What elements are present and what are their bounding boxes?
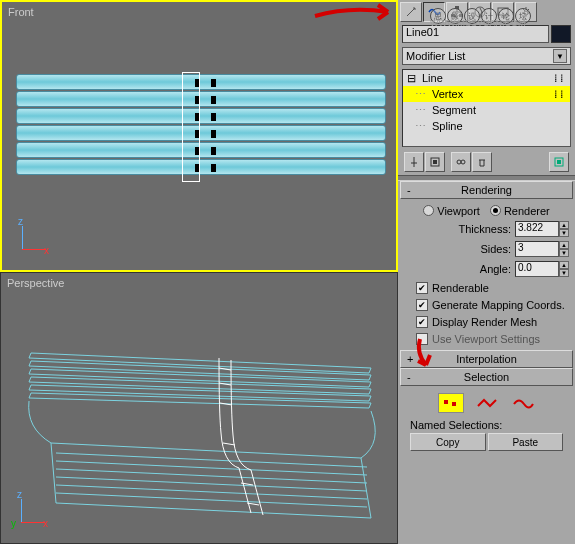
utilities-tab[interactable]	[515, 2, 537, 22]
stack-tools	[398, 149, 575, 175]
svg-rect-20	[433, 160, 437, 164]
configure-sets-button[interactable]	[549, 152, 569, 172]
spline-subobj-button[interactable]	[510, 393, 536, 413]
copy-selection-button[interactable]: Copy	[410, 433, 486, 451]
object-name-field[interactable]: Line01	[402, 25, 549, 43]
stack-item-label: Segment	[432, 104, 476, 116]
named-selections-label: Named Selections:	[410, 419, 563, 431]
vertex-subobj-button[interactable]	[438, 393, 464, 413]
stack-item-label: Spline	[432, 120, 463, 132]
svg-line-4	[56, 485, 367, 499]
mapping-label: Generate Mapping Coords.	[432, 299, 565, 311]
svg-point-21	[457, 160, 461, 164]
spinner-down[interactable]: ▼	[559, 249, 569, 257]
rendering-rollout: - Rendering Viewport Renderer Thickness:	[400, 181, 573, 350]
svg-rect-26	[452, 402, 456, 406]
rollout-minus-icon: -	[407, 184, 411, 196]
svg-line-9	[223, 443, 235, 445]
stack-item-vertex[interactable]: ⋯ Vertex ⁞⁞	[403, 86, 570, 102]
spinner-up[interactable]: ▲	[559, 241, 569, 249]
stack-root-line[interactable]: ⊟ Line ⁞⁞	[403, 70, 570, 86]
svg-rect-14	[459, 14, 463, 17]
segment-subobj-button[interactable]	[474, 393, 500, 413]
renderer-radio-label: Renderer	[504, 205, 550, 217]
collapse-icon[interactable]: ⊟	[407, 72, 416, 85]
hierarchy-tab[interactable]	[446, 2, 468, 22]
spinner-up[interactable]: ▲	[559, 221, 569, 229]
sides-input[interactable]: 3	[515, 241, 559, 257]
svg-rect-16	[498, 8, 508, 15]
viewport-radio[interactable]	[423, 205, 434, 216]
command-panel-tabs	[398, 0, 575, 23]
modify-tab[interactable]	[423, 2, 445, 22]
perspective-bench	[11, 313, 391, 533]
stack-item-label: Vertex	[432, 88, 463, 100]
command-panel: Line01 Modifier List ▼ ⊟ Line ⁞⁞ ⋯ Verte…	[398, 0, 575, 544]
viewport-front[interactable]: Front z x	[0, 0, 398, 272]
svg-line-0	[56, 453, 367, 467]
stack-item-spline[interactable]: ⋯ Spline	[403, 118, 570, 134]
renderer-radio[interactable]	[490, 205, 501, 216]
rollout-plus-icon: +	[407, 353, 413, 365]
pin-stack-button[interactable]	[404, 152, 424, 172]
svg-rect-12	[455, 6, 459, 9]
spinner-down[interactable]: ▼	[559, 229, 569, 237]
interpolation-rollout: + Interpolation	[400, 350, 573, 368]
stack-handle-icon: ⁞⁞	[554, 72, 566, 85]
display-mesh-label: Display Render Mesh	[432, 316, 537, 328]
angle-input[interactable]: 0.0	[515, 261, 559, 277]
viewport-label-perspective: Perspective	[7, 277, 64, 289]
use-viewport-label: Use Viewport Settings	[432, 333, 540, 345]
remove-modifier-button[interactable]	[472, 152, 492, 172]
viewport-radio-label: Viewport	[437, 205, 480, 217]
modifier-stack[interactable]: ⊟ Line ⁞⁞ ⋯ Vertex ⁞⁞ ⋯ Segment ⋯ Spline	[402, 69, 571, 147]
display-tab[interactable]	[492, 2, 514, 22]
svg-point-22	[461, 160, 465, 164]
rollout-minus-icon: -	[407, 371, 411, 383]
thickness-input[interactable]: 3.822	[515, 221, 559, 237]
viewport-perspective[interactable]: Perspective	[0, 272, 398, 544]
modifier-list-dropdown[interactable]: Modifier List ▼	[402, 47, 571, 65]
object-color-swatch[interactable]	[551, 25, 571, 43]
svg-rect-25	[444, 400, 448, 404]
display-mesh-checkbox[interactable]: ✔	[416, 316, 428, 328]
angle-label: Angle:	[480, 263, 511, 275]
create-tab[interactable]	[400, 2, 422, 22]
motion-tab[interactable]	[469, 2, 491, 22]
rendering-header[interactable]: - Rendering	[400, 181, 573, 199]
svg-rect-24	[557, 160, 561, 164]
dropdown-arrow-icon: ▼	[553, 49, 567, 63]
svg-line-1	[56, 461, 367, 475]
selection-header[interactable]: - Selection	[400, 368, 573, 386]
paste-selection-button[interactable]: Paste	[488, 433, 564, 451]
selection-rollout: - Selection Named Selections:	[400, 368, 573, 456]
selection-title: Selection	[464, 371, 509, 383]
svg-line-2	[56, 469, 367, 483]
use-viewport-checkbox[interactable]	[416, 333, 428, 345]
stack-root-label: Line	[422, 72, 443, 84]
make-unique-button[interactable]	[451, 152, 471, 172]
renderable-checkbox[interactable]: ✔	[416, 282, 428, 294]
mapping-checkbox[interactable]: ✔	[416, 299, 428, 311]
stack-handle-icon: ⁞⁞	[554, 88, 566, 101]
svg-line-3	[56, 477, 367, 491]
show-end-result-button[interactable]	[425, 152, 445, 172]
svg-point-18	[524, 11, 528, 15]
spinner-down[interactable]: ▼	[559, 269, 569, 277]
interpolation-title: Interpolation	[456, 353, 517, 365]
stack-item-segment[interactable]: ⋯ Segment	[403, 102, 570, 118]
spinner-up[interactable]: ▲	[559, 261, 569, 269]
interpolation-header[interactable]: + Interpolation	[400, 350, 573, 368]
thickness-label: Thickness:	[458, 223, 511, 235]
renderable-label: Renderable	[432, 282, 489, 294]
modifier-list-label: Modifier List	[406, 50, 465, 62]
rendering-title: Rendering	[461, 184, 512, 196]
sides-label: Sides:	[480, 243, 511, 255]
svg-rect-13	[451, 14, 455, 17]
front-scene: z x	[2, 2, 396, 270]
